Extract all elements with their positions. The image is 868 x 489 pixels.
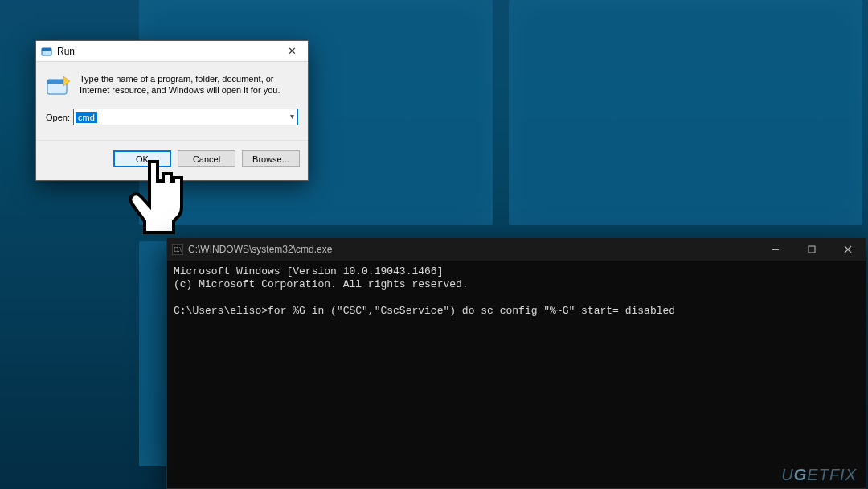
- run-titlebar[interactable]: Run ✕: [36, 41, 308, 62]
- bg-pane: [509, 0, 862, 225]
- run-title: Run: [57, 46, 276, 57]
- maximize-button[interactable]: [793, 238, 829, 261]
- cmd-output[interactable]: Microsoft Windows [Version 10.0.19043.14…: [167, 261, 866, 323]
- cancel-button[interactable]: Cancel: [178, 150, 235, 167]
- svg-rect-6: [772, 249, 779, 250]
- cmd-titlebar[interactable]: C:\ C:\WINDOWS\system32\cmd.exe: [167, 238, 866, 261]
- run-large-icon: [46, 75, 72, 97]
- run-close-button[interactable]: ✕: [276, 41, 308, 62]
- svg-text:C:\: C:\: [174, 246, 182, 253]
- cmd-app-icon: C:\: [172, 244, 183, 255]
- run-app-icon: [41, 46, 52, 57]
- chevron-down-icon[interactable]: ▾: [290, 112, 294, 121]
- watermark: UGETFIX: [781, 466, 857, 484]
- cmd-command: for %G in ("CSC","CscService") do sc con…: [268, 305, 675, 317]
- watermark-text: U: [781, 466, 793, 483]
- open-label: Open:: [46, 113, 73, 122]
- cmd-prompt: C:\Users\eliso>: [174, 305, 268, 317]
- open-combobox[interactable]: cmd ▾: [73, 109, 298, 125]
- cursor-hand-icon: [125, 158, 186, 234]
- watermark-text: ETFIX: [807, 466, 857, 483]
- watermark-text: G: [794, 466, 808, 483]
- minimize-button[interactable]: [757, 238, 793, 261]
- browse-button[interactable]: Browse...: [242, 150, 300, 167]
- close-button[interactable]: [829, 238, 866, 261]
- run-description: Type the name of a program, folder, docu…: [80, 73, 289, 97]
- cmd-line: Microsoft Windows [Version 10.0.19043.14…: [174, 265, 443, 277]
- cmd-window: C:\ C:\WINDOWS\system32\cmd.exe Microsof…: [166, 237, 866, 489]
- cmd-title: C:\WINDOWS\system32\cmd.exe: [188, 244, 757, 255]
- svg-rect-7: [809, 246, 815, 253]
- svg-rect-1: [42, 48, 51, 51]
- cmd-line: (c) Microsoft Corporation. All rights re…: [174, 278, 469, 290]
- open-value: cmd: [76, 112, 97, 123]
